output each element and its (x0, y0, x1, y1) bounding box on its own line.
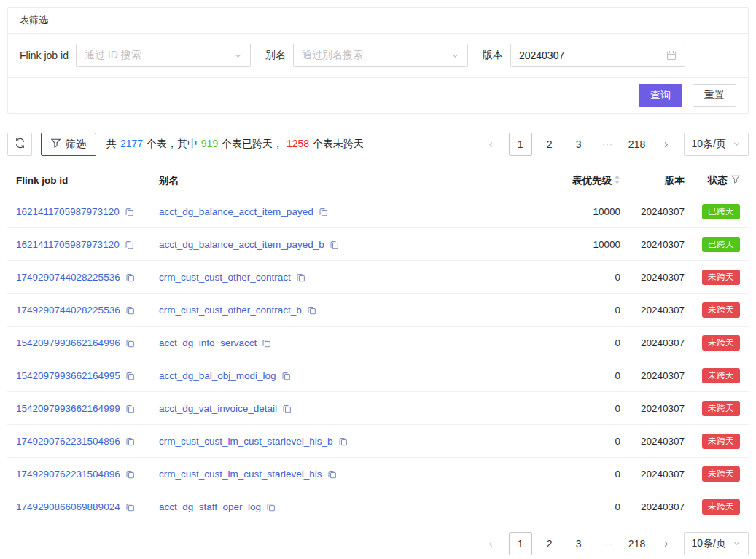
page-button[interactable]: 2 (538, 133, 561, 156)
alias-link[interactable]: acct_dg_info_servacct (159, 337, 257, 348)
copy-icon[interactable] (307, 305, 316, 315)
job-id-cell: 1749290744028225536 (16, 272, 159, 283)
job-id-link[interactable]: 1749290744028225536 (16, 272, 120, 283)
priority-value: 0 (504, 337, 620, 348)
page-button[interactable]: 2 (538, 532, 561, 555)
copy-icon[interactable] (125, 273, 135, 282)
copy-icon[interactable] (296, 273, 305, 282)
copy-icon[interactable] (125, 437, 135, 446)
filter-card-title: 表筛选 (8, 8, 748, 34)
pagination-ellipsis[interactable]: ··· (596, 532, 620, 555)
alias-link[interactable]: acct_dg_bal_obj_modi_log (159, 370, 276, 381)
alias-link[interactable]: crm_cust_cust_other_contract_b (159, 305, 302, 316)
chevron-down-icon (451, 52, 459, 60)
page-button[interactable]: 218 (626, 133, 649, 156)
table-toolbar: 筛选 共 2177 个表，其中 919 个表已跨天， 1258 个表未跨天 12… (7, 133, 749, 156)
page-button[interactable]: 1 (509, 133, 532, 156)
column-header-priority[interactable]: 表优先级 (504, 174, 620, 187)
job-id-link[interactable]: 1749290762231504896 (16, 469, 120, 480)
alias-link[interactable]: acct_dg_balance_acct_item_payed_b (159, 239, 324, 250)
status-cell: 未跨天 (685, 401, 740, 416)
copy-icon[interactable] (125, 404, 135, 413)
copy-icon[interactable] (125, 502, 135, 512)
refresh-button[interactable] (7, 133, 32, 156)
status-badge: 未跨天 (702, 401, 740, 416)
page-button[interactable]: 218 (626, 532, 649, 555)
copy-icon[interactable] (319, 207, 328, 216)
job-id-label: Flink job id (20, 50, 69, 61)
filter-icon[interactable] (731, 175, 740, 186)
job-id-link[interactable]: 1749290762231504896 (16, 436, 120, 447)
job-id-link[interactable]: 1621411705987973120 (16, 239, 120, 250)
table-row: 1749290762231504896crm_cust_cust_im_cust… (7, 425, 749, 458)
alias-cell: acct_dg_vat_invoice_detail (159, 403, 504, 414)
status-badge: 未跨天 (702, 499, 740, 515)
alias-select[interactable]: 通过别名搜索 (293, 44, 468, 67)
job-id-link[interactable]: 1749290866069889024 (16, 501, 120, 512)
chevron-down-icon (733, 538, 741, 550)
status-badge: 已跨天 (702, 204, 740, 219)
alias-link[interactable]: acct_dg_vat_invoice_detail (159, 403, 277, 414)
version-value: 20240307 (620, 337, 685, 348)
alias-link[interactable]: acct_dg_staff_oper_log (159, 501, 261, 512)
copy-icon[interactable] (281, 371, 291, 380)
page-size-select[interactable]: 10条/页 (684, 532, 749, 555)
page-size-select[interactable]: 10条/页 (684, 133, 749, 156)
job-id-link[interactable]: 1749290744028225536 (16, 305, 120, 316)
alias-cell: acct_dg_bal_obj_modi_log (159, 370, 504, 381)
priority-header-label: 表优先级 (572, 174, 612, 187)
version-field: 版本 20240307 (483, 44, 685, 67)
version-value: 20240307 (620, 403, 685, 414)
job-id-link[interactable]: 1621411705987973120 (16, 206, 120, 217)
copy-icon[interactable] (125, 240, 134, 249)
alias-link[interactable]: crm_cust_cust_other_contract (159, 272, 291, 283)
alias-link[interactable]: acct_dg_balance_acct_item_payed (159, 206, 313, 217)
query-button[interactable]: 查询 (639, 84, 682, 107)
job-id-link[interactable]: 1542097993662164996 (16, 337, 120, 348)
pagination-ellipsis[interactable]: ··· (596, 133, 620, 156)
alias-link[interactable]: crm_cust_cust_im_cust_starlevel_his (159, 469, 322, 480)
filter-toggle-label: 筛选 (66, 138, 86, 151)
column-header-alias: 别名 (159, 174, 504, 187)
status-cell: 未跨天 (685, 368, 740, 383)
version-date-input[interactable]: 20240307 (510, 44, 685, 67)
status-badge: 未跨天 (702, 302, 740, 318)
copy-icon[interactable] (125, 371, 135, 380)
copy-icon[interactable] (282, 404, 292, 413)
version-label: 版本 (483, 49, 503, 62)
status-cell: 未跨天 (685, 270, 740, 285)
status-cell: 未跨天 (685, 335, 740, 351)
copy-icon[interactable] (338, 437, 348, 446)
copy-icon[interactable] (125, 305, 135, 315)
alias-link[interactable]: crm_cust_cust_im_cust_starlevel_his_b (159, 436, 333, 447)
next-page-button[interactable] (655, 532, 678, 555)
alias-label: 别名 (265, 49, 286, 62)
reset-button[interactable]: 重置 (693, 84, 736, 107)
page-button[interactable]: 1 (509, 532, 532, 555)
job-id-link[interactable]: 1542097993662164995 (16, 370, 120, 381)
table-row: 1621411705987973120acct_dg_balance_acct_… (7, 195, 749, 228)
sort-icon[interactable] (614, 175, 620, 187)
copy-icon[interactable] (125, 469, 135, 479)
page-button[interactable]: 3 (567, 532, 591, 555)
filter-actions: 查询 重置 (8, 78, 748, 113)
copy-icon[interactable] (330, 240, 339, 249)
next-page-button[interactable] (655, 133, 678, 156)
prev-page-button[interactable] (480, 133, 503, 156)
uncrossed-count: 1258 (287, 138, 309, 149)
copy-icon[interactable] (327, 469, 337, 479)
copy-icon[interactable] (125, 207, 134, 216)
priority-value: 0 (504, 436, 620, 447)
copy-icon[interactable] (266, 502, 276, 512)
copy-icon[interactable] (262, 338, 271, 348)
job-id-select[interactable]: 通过 ID 搜索 (76, 44, 251, 67)
version-value: 20240307 (620, 272, 685, 283)
filter-toggle-button[interactable]: 筛选 (41, 133, 96, 156)
priority-value: 10000 (504, 206, 620, 217)
job-id-link[interactable]: 1542097993662164999 (16, 403, 120, 414)
table-summary: 共 2177 个表，其中 919 个表已跨天， 1258 个表未跨天 (106, 138, 364, 151)
total-count: 2177 (120, 138, 143, 149)
copy-icon[interactable] (125, 338, 135, 348)
page-button[interactable]: 3 (567, 133, 591, 156)
prev-page-button[interactable] (480, 532, 503, 555)
